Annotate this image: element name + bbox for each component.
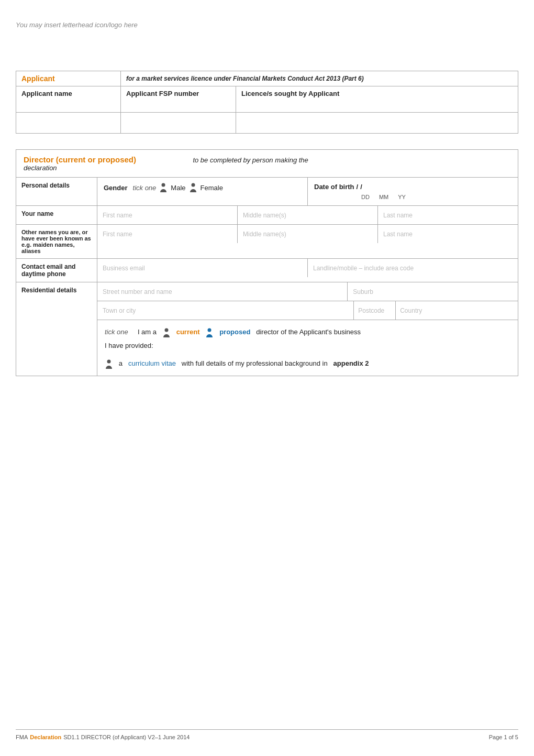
other-names-label: Other names you are, or have ever been k… (21, 229, 91, 254)
male-icon (159, 183, 168, 192)
professional-proposed-icon (205, 328, 214, 337)
country-placeholder: Country (400, 307, 422, 314)
dob-sep2: / (360, 183, 362, 191)
footer-fma: FMA (16, 734, 28, 740)
letterhead-text: You may insert letterhead icon/logo here (16, 21, 518, 29)
contact-label: Contact email and daytime phone (21, 263, 75, 278)
residential-row: Residential details Street number and na… (16, 282, 518, 320)
cv-link[interactable]: curriculum vitae (128, 359, 176, 367)
middle-name-placeholder: Middle name(s) (243, 212, 286, 219)
residential-label: Residential details (21, 287, 76, 294)
professional-proposed-label: proposed (219, 328, 250, 336)
email-placeholder: Business email (103, 265, 145, 272)
i-have-provided: I have provided: (105, 342, 153, 349)
footer-suffix: SD1.1 DIRECTOR (of Applicant) V2–1 June … (63, 734, 190, 740)
cv-text: a (119, 359, 123, 367)
suburb-placeholder: Suburb (353, 288, 373, 295)
footer-right: Page 1 of 5 (489, 734, 518, 740)
director-subtitle: declaration (24, 164, 57, 172)
footer-left: FMA Declaration SD1.1 DIRECTOR (of Appli… (16, 734, 190, 740)
director-title: Director (current or proposed) (24, 155, 136, 164)
personal-details-label: Personal details (21, 182, 70, 189)
other-first-name-placeholder: First name (103, 231, 132, 238)
professional-details-content: tick one I am a current (105, 325, 510, 370)
professional-text1: I am a (138, 328, 157, 336)
applicant-table: Applicant for a market services licence … (16, 71, 518, 134)
first-name-placeholder: First name (103, 212, 132, 219)
mm-label: MM (379, 194, 388, 200)
professional-current-icon (162, 328, 171, 337)
director-table: Director (current or proposed) to be com… (16, 149, 518, 376)
other-names-row: Other names you are, or have ever been k… (16, 225, 518, 259)
cv-text2: with full details of my professional bac… (182, 359, 328, 367)
tick-one-text: tick one (133, 184, 157, 192)
applicant-licence-label: Licence/s sought by Applicant (241, 90, 339, 97)
director-header-right: to be completed by person making the (193, 156, 308, 164)
footer: FMA Declaration SD1.1 DIRECTOR (of Appli… (16, 729, 518, 740)
footer-declaration: Declaration (30, 734, 61, 740)
street-placeholder: Street number and name (103, 288, 172, 295)
dob-sep1: / (357, 183, 359, 191)
applicant-name-label: Applicant name (21, 90, 72, 97)
dob-label: Date of birth (314, 183, 354, 191)
applicant-fsp-label: Applicant FSP number (126, 90, 199, 97)
female-icon (189, 183, 197, 192)
personal-details-row: Personal details Gender tick one Male (16, 178, 518, 206)
svg-point-3 (208, 328, 212, 332)
postcode-placeholder: Postcode (358, 307, 384, 314)
gender-label: Gender (104, 184, 128, 192)
female-label: Female (201, 184, 223, 192)
professional-tick-one: tick one (105, 328, 128, 336)
town-placeholder: Town or city (103, 307, 136, 314)
svg-point-0 (162, 183, 165, 187)
professional-current-label: current (176, 328, 200, 336)
applicant-title: Applicant (21, 74, 55, 83)
phone-placeholder: Landline/mobile – include area code (313, 265, 414, 272)
appendix-text: appendix 2 (333, 359, 369, 367)
male-label: Male (171, 184, 185, 192)
other-last-name-placeholder: Last name (383, 231, 413, 238)
your-name-label: Your name (21, 210, 53, 217)
contact-row: Contact email and daytime phone Business… (16, 259, 518, 282)
professional-text3: director of the Applicant's business (256, 328, 361, 336)
cv-icon (105, 359, 113, 369)
svg-point-1 (191, 183, 195, 187)
svg-point-2 (164, 328, 168, 332)
applicant-subtitle: for a market services licence under Fina… (126, 75, 364, 82)
dd-label: DD (361, 194, 370, 200)
svg-point-4 (107, 359, 111, 363)
your-name-row: Your name First name Middle name(s) Last… (16, 206, 518, 225)
other-middle-name-placeholder: Middle name(s) (243, 231, 286, 238)
yy-label: YY (398, 194, 406, 200)
last-name-placeholder: Last name (383, 212, 413, 219)
